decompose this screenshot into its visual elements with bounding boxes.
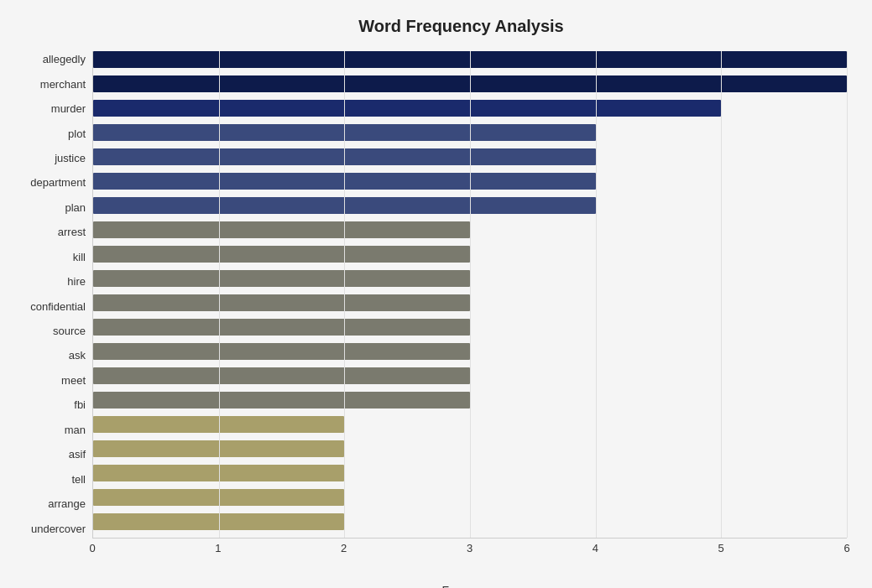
grid-line-1 (219, 51, 220, 538)
y-label-undercover: undercover (31, 521, 86, 538)
bar-fbi (93, 392, 470, 408)
y-label-merchant: merchant (40, 76, 86, 93)
x-tick-2: 2 (341, 542, 347, 554)
bar-hire (93, 270, 470, 287)
bar-kill (93, 246, 470, 263)
y-label-hire: hire (67, 273, 86, 290)
x-axis-label: Frequency (92, 584, 847, 588)
chart-title: Word Frequency Analysis (8, 17, 847, 36)
x-tick-6: 6 (843, 542, 849, 554)
grid-line-3 (470, 51, 471, 538)
bar-ask (93, 343, 470, 360)
y-label-plan: plan (65, 200, 86, 216)
bar-meet (93, 367, 470, 384)
y-label-fbi: fbi (74, 397, 86, 414)
x-tick-4: 4 (593, 542, 598, 554)
bar-source (93, 319, 470, 336)
y-label-plot: plot (68, 126, 86, 143)
y-label-justice: justice (55, 150, 86, 167)
y-axis: allegedlymerchantmurderplotjusticedepart… (8, 51, 92, 538)
y-label-meet: meet (61, 372, 86, 389)
grid-line-6 (847, 51, 848, 538)
y-label-source: source (53, 323, 86, 340)
y-label-murder: murder (51, 101, 86, 117)
chart-container: Word Frequency Analysis allegedlymerchan… (0, 0, 872, 588)
bar-confidential (93, 294, 470, 311)
chart-area: allegedlymerchantmurderplotjusticedepart… (8, 51, 847, 538)
y-label-tell: tell (71, 471, 86, 488)
y-label-allegedly: allegedly (43, 51, 86, 68)
bar-arrest (93, 221, 470, 238)
y-label-man: man (65, 422, 86, 439)
bars-area (92, 51, 847, 539)
x-tick-3: 3 (467, 542, 473, 554)
bars-and-xaxis: Frequency 0123456 (92, 51, 847, 572)
y-label-asif: asif (69, 446, 86, 463)
y-label-department: department (30, 174, 86, 191)
x-tick-0: 0 (89, 542, 95, 554)
y-label-arrest: arrest (58, 224, 86, 241)
y-label-kill: kill (73, 249, 86, 266)
x-tick-1: 1 (215, 542, 221, 554)
bar-murder (93, 100, 721, 117)
grid-line-2 (344, 51, 345, 538)
x-axis: Frequency 0123456 (92, 539, 847, 572)
y-label-confidential: confidential (30, 299, 86, 315)
x-tick-5: 5 (718, 542, 724, 554)
grid-line-5 (721, 51, 722, 538)
y-label-arrange: arrange (48, 496, 86, 513)
grid-line-4 (596, 51, 597, 538)
y-label-ask: ask (69, 347, 86, 364)
